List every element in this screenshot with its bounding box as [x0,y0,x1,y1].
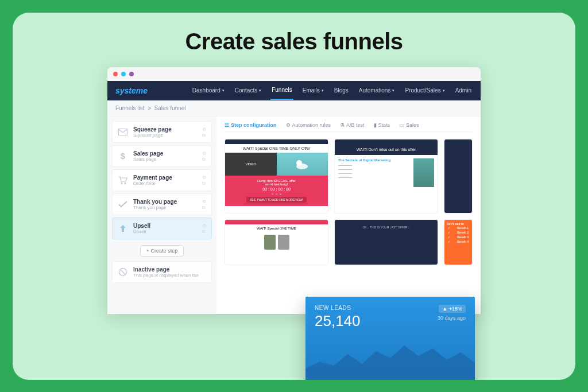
template-banner: WAIT! Special ONE TIME [225,224,328,232]
marketing-card: Create sales funnels systeme Dashboard▾ … [13,13,575,380]
nav-blogs[interactable]: Blogs [333,81,350,99]
step-upsell[interactable]: Upsell Upsell ⚙⧉ [112,218,212,239]
close-icon[interactable] [113,72,118,76]
svg-text:$: $ [121,152,125,161]
hero-title: Create sales funnels [185,29,403,55]
step-title: Sales page [133,150,198,157]
template-card[interactable]: Don't wait to ✓Benefit 1 ✓Benefit 2 ✓Ben… [444,219,473,265]
template-grid: WAIT! Special ONE TIME ONLY Offer VIDEO … [225,139,473,214]
maximize-icon[interactable] [129,72,134,76]
envelope-icon [117,126,129,138]
step-sub: Thank you page [133,205,198,210]
copy-icon[interactable]: ⧉ [202,181,207,185]
step-title: Thank you page [133,199,198,205]
step-title: Payment page [133,174,198,181]
step-sub: Sales page [133,157,198,162]
tab-stats[interactable]: ▮Stats [374,122,390,128]
step-sub: Squeeze page [133,133,198,138]
step-payment[interactable]: Payment page Order form ⚙⧉ [112,169,212,191]
nav-product-sales[interactable]: Product/Sales▾ [404,81,446,99]
tab-automation[interactable]: ⚙Automation rules [286,122,331,128]
stats-period: 30 days ago [438,315,466,321]
step-title: Squeeze page [133,126,198,133]
illustration-icon [277,153,328,176]
gear-icon[interactable]: ⚙ [202,199,207,204]
svg-point-2 [121,183,122,184]
video-placeholder: VIDEO [225,153,277,176]
app-window: systeme Dashboard▾ Contacts▾ Funnels Ema… [107,67,481,314]
create-step-button[interactable]: + Create step [140,245,184,257]
list-icon: ☰ [225,122,229,128]
step-sub: Order form [133,181,198,186]
cta-button: YES, I WANT TO ADD ONE MORE NOW! [246,197,307,203]
step-sub: This page is displayed when the [133,273,207,278]
nav-admin[interactable]: Admin [454,81,473,99]
logo[interactable]: systeme [115,86,148,95]
step-title: Upsell [133,223,198,229]
chevron-down-icon: ▾ [392,88,394,93]
copy-icon[interactable]: ⧉ [202,133,207,137]
gear-icon: ⚙ [286,122,291,128]
tab-abtest[interactable]: ⚗A/B test [340,122,365,128]
tag-icon: ▭ [399,122,404,128]
stats-change-badge: ▲ +15% [439,305,466,313]
svg-point-3 [125,183,126,184]
template-card[interactable]: OK... THIS IS YOUR LAST OFFER... [334,219,438,265]
dollar-icon: $ [117,150,129,162]
nav-emails[interactable]: Emails▾ [301,81,325,99]
chevron-down-icon: ▾ [222,88,225,93]
nav-automations[interactable]: Automations▾ [358,81,396,99]
gear-icon[interactable]: ⚙ [202,127,207,131]
template-card[interactable] [444,139,473,214]
step-squeeze[interactable]: Squeeze page Squeeze page ⚙ ⧉ [112,121,212,143]
top-nav: systeme Dashboard▾ Contacts▾ Funnels Ema… [107,81,481,100]
arrow-up-icon [117,223,129,234]
nav-contacts[interactable]: Contacts▾ [234,81,262,99]
step-thankyou[interactable]: Thank you page Thank you page ⚙⧉ [112,193,212,215]
template-card[interactable]: WAIT! Special ONE TIME [225,219,328,265]
bar-icon: ▮ [374,122,377,128]
chevron-down-icon: ▾ [322,88,324,93]
check-icon [117,199,129,210]
svg-point-6 [296,160,302,166]
step-sales[interactable]: $ Sales page Sales page ⚙⧉ [112,145,212,167]
product-icon [278,235,289,250]
nav-dashboard[interactable]: Dashboard▾ [191,81,226,99]
gear-icon[interactable]: ⚙ [202,151,207,156]
countdown-timer: 00 : 00 : 00 : 00 [227,187,326,191]
tab-sales[interactable]: ▭Sales [399,122,419,128]
minimize-icon[interactable] [121,72,126,76]
tab-step-config[interactable]: ☰Step configuration [225,122,277,128]
step-sub: Upsell [133,229,198,234]
funnel-steps-sidebar: Squeeze page Squeeze page ⚙ ⧉ $ Sales pa… [107,117,216,313]
chevron-down-icon: ▾ [443,88,445,93]
product-icon [264,235,276,250]
content-tabs: ☰Step configuration ⚙Automation rules ⚗A… [225,122,473,132]
stats-card: NEW LEADS 25,140 ▲ +15% 30 days ago [305,297,475,380]
gear-icon[interactable]: ⚙ [202,223,207,228]
window-controls [107,67,481,81]
breadcrumb-root[interactable]: Funnels list [115,105,145,111]
step-title: Inactive page [133,266,207,273]
step-inactive[interactable]: Inactive page This page is displayed whe… [112,261,212,283]
copy-icon[interactable]: ⧉ [202,229,207,234]
template-card[interactable]: WAIT! Special ONE TIME ONLY Offer VIDEO … [225,139,328,214]
template-card[interactable]: WAIT! Don't miss out on this offer The S… [334,139,438,214]
template-hero: WAIT! Don't miss out on this offer [335,144,438,155]
template-banner: WAIT! Special ONE TIME ONLY Offer [225,144,328,153]
content-panel: ☰Step configuration ⚙Automation rules ⚗A… [216,117,481,313]
breadcrumb: Funnels list > Sales funnel [107,100,481,117]
area-chart [305,340,475,380]
step-actions: ⚙ ⧉ [202,127,207,137]
gear-icon[interactable]: ⚙ [202,175,207,180]
nav-funnels[interactable]: Funnels [270,81,293,100]
flask-icon: ⚗ [340,122,345,128]
breadcrumb-current: Sales funnel [154,105,186,111]
copy-icon[interactable]: ⧉ [202,157,207,161]
cart-icon [117,174,129,186]
book-icon [413,158,434,187]
ban-icon [117,266,129,278]
copy-icon[interactable]: ⧉ [202,205,207,209]
chevron-down-icon: ▾ [259,88,261,93]
